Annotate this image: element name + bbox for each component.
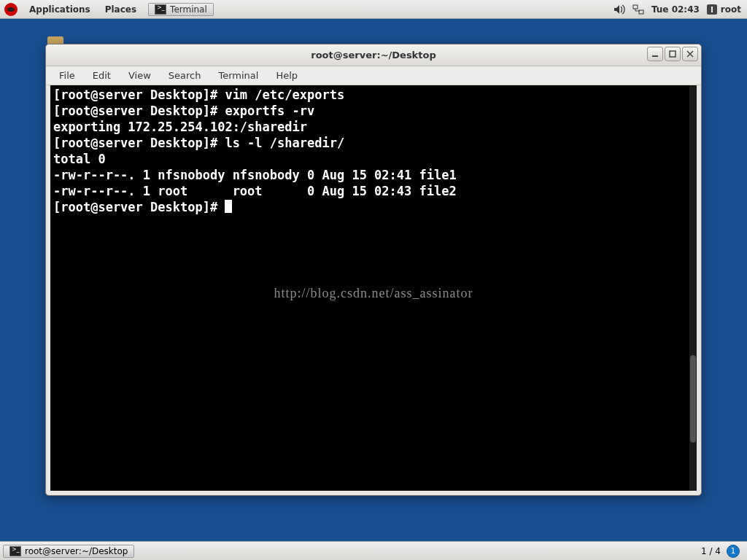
watermark-text: http://blog.csdn.net/ass_assinator <box>50 286 697 301</box>
terminal-output: [root@server Desktop]# vim /etc/exports[… <box>50 85 697 217</box>
taskbar-terminal-button[interactable]: Terminal <box>148 3 214 16</box>
bottom-task-label: root@server:~/Desktop <box>25 546 128 556</box>
top-panel: Applications Places Terminal Tue 02:43 r… <box>0 0 747 19</box>
bottom-task-button[interactable]: root@server:~/Desktop <box>3 545 134 558</box>
terminal-line: -rw-r--r--. 1 root root 0 Aug 15 02:43 f… <box>53 183 694 199</box>
terminal-icon <box>155 4 166 15</box>
clock[interactable]: Tue 02:43 <box>651 4 700 15</box>
svg-rect-0 <box>633 5 638 9</box>
terminal-line: total 0 <box>53 151 694 167</box>
terminal-icon <box>9 546 21 556</box>
places-menu[interactable]: Places <box>98 4 144 15</box>
network-icon[interactable] <box>632 4 644 15</box>
user-menu[interactable]: root <box>707 4 741 15</box>
taskbar-terminal-label: Terminal <box>170 4 207 15</box>
applications-menu[interactable]: Applications <box>22 4 98 15</box>
menu-terminal[interactable]: Terminal <box>211 69 266 82</box>
menu-help[interactable]: Help <box>268 69 305 82</box>
terminal-window: root@server:~/Desktop File Edit View Sea… <box>45 44 702 496</box>
terminal-line: [root@server Desktop]# ls -l /sharedir/ <box>53 135 694 151</box>
window-title: root@server:~/Desktop <box>46 50 701 61</box>
terminal-line: [root@server Desktop]# exportfs -rv <box>53 103 694 119</box>
workspace-pager: 1 / 4 1 <box>694 545 747 558</box>
terminal-scrollbar[interactable] <box>689 85 697 491</box>
scrollbar-thumb[interactable] <box>690 355 696 443</box>
svg-rect-3 <box>670 51 676 57</box>
terminal-line: [root@server Desktop]# <box>53 199 694 215</box>
minimize-button[interactable] <box>647 47 663 61</box>
workspace-indicator[interactable]: 1 <box>727 545 740 558</box>
volume-icon[interactable] <box>614 4 625 15</box>
close-button[interactable] <box>682 47 698 61</box>
terminal-menubar: File Edit View Search Terminal Help <box>46 66 701 85</box>
bottom-panel: root@server:~/Desktop 1 / 4 1 <box>0 541 747 560</box>
terminal-line: [root@server Desktop]# vim /etc/exports <box>53 87 694 103</box>
distro-logo-icon[interactable] <box>4 3 18 16</box>
maximize-button[interactable] <box>665 47 681 61</box>
menu-search[interactable]: Search <box>161 69 209 82</box>
svg-rect-2 <box>652 55 658 57</box>
menu-view[interactable]: View <box>121 69 158 82</box>
power-icon <box>707 4 717 15</box>
menu-file[interactable]: File <box>52 69 82 82</box>
window-titlebar[interactable]: root@server:~/Desktop <box>46 44 701 66</box>
terminal-cursor <box>225 200 232 213</box>
terminal-line: -rw-r--r--. 1 nfsnobody nfsnobody 0 Aug … <box>53 167 694 183</box>
system-tray: Tue 02:43 root <box>614 4 747 15</box>
menu-edit[interactable]: Edit <box>85 69 118 82</box>
pager-label: 1 / 4 <box>701 546 721 556</box>
terminal-viewport[interactable]: [root@server Desktop]# vim /etc/exports[… <box>50 85 697 491</box>
terminal-line: exporting 172.25.254.102:/sharedir <box>53 119 694 135</box>
user-label: root <box>721 4 741 15</box>
